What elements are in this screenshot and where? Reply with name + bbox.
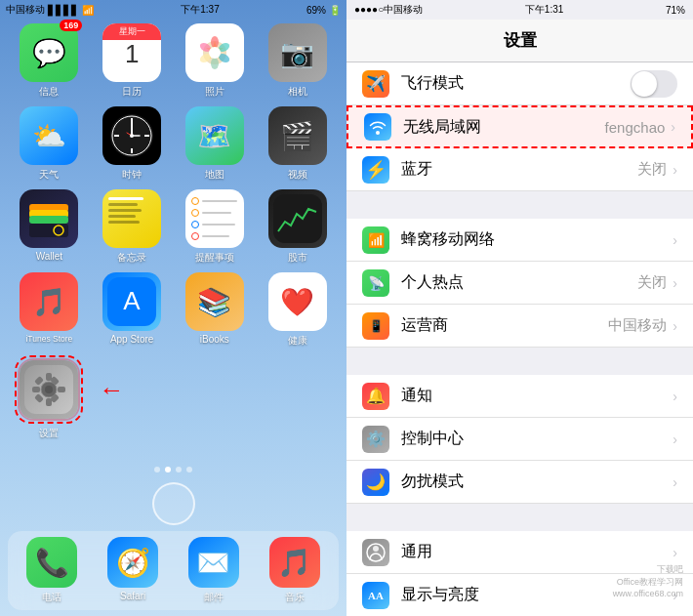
wifi-label: 无线局域网 — [403, 117, 605, 138]
watermark: 下载吧 Office教程学习网 www.office68.com — [613, 563, 683, 600]
dot-search — [154, 467, 160, 472]
general-chevron: › — [673, 545, 677, 560]
section-gap-3 — [346, 504, 693, 531]
right-panel: ●●●●○中国移动 下午1:31 71% 设置 ✈️ 飞行模式 — [346, 0, 693, 616]
dock-item-mail[interactable]: ✉️ 邮件 — [188, 537, 239, 604]
appstore-label: App Store — [110, 334, 153, 345]
app-item-clock[interactable]: 时钟 — [93, 106, 172, 182]
dock-item-music[interactable]: 🎵 音乐 — [269, 537, 320, 604]
app-item-stocks[interactable]: 股市 — [258, 189, 337, 265]
wifi-chevron: › — [671, 119, 675, 135]
appstore-icon: A — [102, 272, 161, 331]
general-label: 通用 — [401, 542, 673, 562]
watermark-line3: www.office68.com — [613, 588, 683, 600]
messages-icon: 💬 169 — [20, 23, 78, 82]
stocks-icon — [268, 189, 327, 248]
watermark-line2: Office教程学习网 — [613, 576, 683, 589]
cellular-label: 蜂窝移动网络 — [401, 229, 673, 250]
settings-row-cellular[interactable]: 📶 蜂窝移动网络 › — [346, 219, 693, 262]
left-signal-icon: ▋▋▋▋ — [48, 5, 79, 16]
control-chevron: › — [673, 431, 677, 447]
right-time: 下午1:31 — [525, 3, 563, 17]
left-battery-icon: 🔋 — [329, 5, 341, 16]
weather-icon: ⛅ — [20, 106, 78, 165]
music-label: 音乐 — [285, 591, 305, 604]
settings-row-airplane[interactable]: ✈️ 飞行模式 — [346, 62, 693, 105]
dock-item-safari[interactable]: 🧭 Safari — [107, 537, 158, 604]
settings-row-wifi[interactable]: 无线局域网 fengchao › — [346, 105, 693, 148]
camera-label: 相机 — [288, 85, 307, 99]
airplane-toggle[interactable] — [631, 70, 677, 98]
general-icon — [362, 539, 389, 566]
settings-title-bar: 设置 — [346, 20, 693, 62]
settings-row-bluetooth[interactable]: ⚡ 蓝牙 关闭 › — [346, 148, 693, 191]
settings-row-hotspot[interactable]: 📡 个人热点 关闭 › — [346, 262, 693, 305]
settings-icon — [20, 360, 78, 419]
notification-icon: 🔔 — [362, 383, 389, 410]
reminders-icon — [185, 189, 244, 248]
app-item-ibooks[interactable]: 📚 iBooks — [176, 272, 255, 348]
svg-point-17 — [130, 134, 134, 138]
svg-rect-23 — [273, 194, 322, 243]
app-item-appstore[interactable]: A App Store — [93, 272, 172, 348]
right-carrier: ●●●●○中国移动 — [354, 3, 423, 17]
wifi-icon — [364, 113, 391, 141]
safari-icon: 🧭 — [107, 537, 158, 588]
notification-label: 通知 — [401, 386, 673, 406]
app-item-maps[interactable]: 🗺️ 地图 — [176, 106, 255, 182]
maps-label: 地图 — [205, 168, 224, 182]
app-item-calendar[interactable]: 星期一 1 日历 — [93, 23, 172, 99]
dot-3 — [186, 467, 192, 472]
settings-row-donotdisturb[interactable]: 🌙 勿扰模式 › — [346, 461, 693, 504]
svg-point-7 — [209, 47, 221, 59]
svg-point-1 — [211, 36, 219, 48]
calendar-label: 日历 — [122, 85, 142, 99]
app-item-photos[interactable]: 照片 — [176, 23, 255, 99]
settings-row-control[interactable]: ⚙️ 控制中心 › — [346, 418, 693, 461]
clock-icon — [102, 106, 161, 165]
home-button[interactable] — [152, 482, 195, 525]
hotspot-icon: 📡 — [362, 269, 389, 297]
calendar-day: 1 — [125, 40, 139, 68]
svg-rect-31 — [32, 387, 40, 392]
hotspot-value: 关闭 — [637, 273, 667, 292]
control-label: 控制中心 — [401, 429, 673, 449]
health-icon: ❤️ — [268, 272, 327, 331]
hotspot-label: 个人热点 — [401, 272, 637, 293]
settings-row-carrier[interactable]: 📱 运营商 中国移动 › — [346, 305, 693, 348]
settings-row-notification[interactable]: 🔔 通知 › — [346, 375, 693, 418]
svg-point-28 — [45, 386, 53, 393]
app-item-weather[interactable]: ⛅ 天气 — [10, 106, 89, 182]
right-battery: 71% — [666, 5, 685, 16]
dot-1 — [165, 467, 171, 472]
bluetooth-label: 蓝牙 — [401, 159, 637, 180]
app-item-health[interactable]: ❤️ 健康 — [258, 272, 337, 348]
app-item-notes[interactable]: 备忘录 — [93, 189, 172, 265]
calendar-weekday: 星期一 — [102, 23, 161, 40]
settings-list: ✈️ 飞行模式 无线局域网 fengchao › — [346, 62, 693, 616]
app-item-wallet[interactable]: Wallet — [10, 189, 89, 265]
ibooks-label: iBooks — [200, 334, 229, 345]
dot-2 — [176, 467, 182, 472]
home-bar — [0, 476, 346, 531]
app-item-messages[interactable]: 💬 169 信息 — [10, 23, 89, 99]
donotdisturb-label: 勿扰模式 — [401, 472, 673, 492]
notification-chevron: › — [673, 389, 677, 404]
app-item-videos[interactable]: 🎬 视频 — [258, 106, 337, 182]
app-item-camera[interactable]: 📷 相机 — [258, 23, 337, 99]
notes-label: 备忘录 — [117, 251, 146, 265]
display-icon: AA — [362, 582, 389, 609]
svg-point-4 — [211, 58, 219, 69]
cellular-chevron: › — [673, 232, 677, 248]
app-item-settings[interactable]: ← 设置 — [10, 355, 89, 440]
donotdisturb-icon: 🌙 — [362, 469, 389, 496]
bluetooth-value: 关闭 — [637, 160, 667, 179]
wifi-value: fengchao — [605, 119, 666, 136]
app-item-reminders[interactable]: 提醒事项 — [176, 189, 255, 265]
svg-rect-32 — [58, 387, 65, 392]
app-item-itunes[interactable]: 🎵 iTunes Store — [10, 272, 89, 348]
section-gap-2 — [346, 348, 693, 375]
airplane-mode-icon: ✈️ — [362, 70, 389, 98]
svg-point-38 — [373, 546, 379, 552]
dock-item-phone[interactable]: 📞 电话 — [26, 537, 77, 604]
